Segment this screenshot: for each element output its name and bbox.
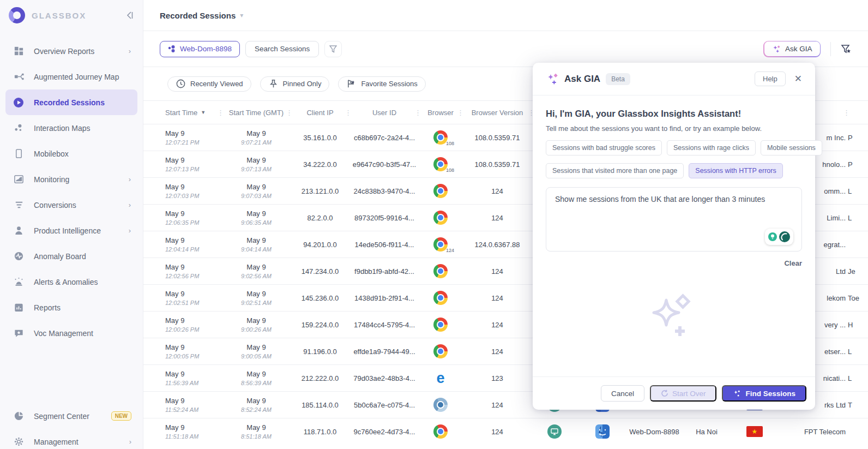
page-title: Recorded Sessions	[160, 11, 236, 20]
sidebar-item-alerts-anomalies[interactable]: Alerts & Anomalies	[5, 269, 137, 295]
sidebar-item-interaction-maps[interactable]: Interaction Maps	[5, 115, 137, 141]
example-chip[interactable]: Sessions with rage clicks	[667, 140, 756, 155]
play-circle-icon	[13, 97, 24, 108]
search-sessions-button[interactable]: Search Sessions	[245, 41, 319, 57]
browser-chrome-icon: 108	[433, 130, 448, 145]
sidebar-item-conversions[interactable]: Conversions›	[5, 192, 137, 218]
sidebar-item-mobilebox[interactable]: Mobilebox	[5, 141, 137, 166]
user-id-cell: 24c838b3-9470-4...	[349, 178, 419, 204]
quick-filter-label: Favorite Sessions	[361, 80, 417, 88]
column-header-start-time-gmt-[interactable]: Start Time (GMT)⋮	[222, 101, 291, 124]
browser-version-cell: 108.0.5359.71	[462, 124, 533, 151]
start-time-gmt-cell: May 99:02:56 AM	[222, 258, 291, 284]
quick-filter-label: Pinned Only	[283, 80, 322, 88]
clear-link[interactable]: Clear	[546, 259, 802, 267]
start-time: 12:07:13 PM	[165, 166, 199, 172]
find-sessions-button[interactable]: Find Sessions	[722, 385, 806, 402]
start-time: 12:00:26 PM	[165, 326, 199, 333]
gia-greeting: Hi, I'm GIA, your Glassbox Insights Assi…	[546, 109, 802, 119]
divider	[830, 42, 831, 56]
gmt-time: 9:07:13 AM	[241, 166, 272, 172]
isp-cell: FPT Telecom	[776, 418, 848, 445]
column-header-browser[interactable]: Browser⋮	[419, 101, 462, 124]
filter-funnel-button[interactable]	[324, 41, 342, 57]
domain-filter-chip[interactable]: Web-Dom-8898	[160, 41, 240, 57]
cancel-button[interactable]: Cancel	[601, 385, 644, 402]
client-ip-cell: 118.71.0.0	[291, 418, 349, 445]
example-chip[interactable]: Sessions with bad struggle scores	[546, 140, 662, 155]
example-chip[interactable]: Sessions that visited more than one page	[546, 163, 684, 178]
sidebar-item-label: Recorded Sessions	[34, 98, 131, 107]
user-id-cell: 897320f5-9916-4...	[349, 205, 419, 231]
chevron-down-icon[interactable]: ▾	[240, 11, 243, 19]
quick-filter-pinned-only[interactable]: Pinned Only	[260, 76, 330, 92]
column-header-start-time[interactable]: Start Time▼⋮	[143, 101, 222, 124]
column-header-browser-version[interactable]: Browser Version⋮	[462, 101, 533, 124]
client-ip-cell: 185.114.0.0	[291, 392, 349, 418]
sidebar-item-overview-reports[interactable]: Overview Reports›	[5, 38, 137, 64]
speech-bubble-icon	[779, 231, 791, 243]
start-date: May 9	[165, 129, 184, 137]
sidebar-item-reports[interactable]: Reports	[5, 295, 137, 320]
start-date: May 9	[165, 423, 184, 432]
browser-version-cell: 124	[462, 338, 533, 364]
example-chips-row-1: Sessions with bad struggle scoresSession…	[546, 140, 802, 155]
sidebar-item-management[interactable]: Management›	[5, 429, 138, 449]
sidebar-item-augmented-journey-map[interactable]: Augmented Journey Map	[5, 64, 137, 89]
browser-version-cell: 123	[462, 365, 533, 391]
browser-major-version: 108	[446, 141, 454, 146]
start-time-gmt-cell: May 99:02:51 AM	[222, 285, 291, 311]
start-date: May 9	[165, 236, 184, 244]
start-date: May 9	[165, 263, 184, 271]
start-time-gmt-cell: May 99:00:26 AM	[222, 312, 291, 338]
country-cell: ★	[733, 418, 776, 445]
ask-gia-button[interactable]: Ask GIA	[763, 41, 821, 57]
sidebar-item-segment-center[interactable]: Segment CenterNEW	[5, 403, 138, 429]
sidebar-item-monitoring[interactable]: Monitoring›	[5, 166, 137, 192]
close-icon[interactable]: ✕	[794, 73, 802, 85]
start-time: 12:07:03 PM	[165, 193, 199, 199]
sidebar-item-label: Segment Center	[34, 412, 111, 421]
extra-cell: P	[848, 151, 867, 177]
gia-prompt-input[interactable]: Show me sessions from the UK that are lo…	[546, 187, 802, 252]
quick-filter-label: Recently Viewed	[190, 80, 243, 88]
example-chip[interactable]: Mobile sessions	[761, 140, 822, 155]
sidebar-item-label: Conversions	[34, 201, 129, 209]
start-date: May 9	[165, 209, 184, 218]
quick-filter-favorite-sessions[interactable]: Favorite Sessions	[338, 76, 425, 92]
sidebar-item-anomaly-board[interactable]: Anomaly Board	[5, 243, 137, 269]
gia-sparkle-icon	[546, 73, 559, 86]
help-button[interactable]: Help	[755, 71, 786, 86]
gia-dialog-footer: Cancel Start Over Find Sessions	[533, 376, 815, 410]
client-ip-cell: 212.222.0.0	[291, 365, 349, 391]
assistant-extension-widget[interactable]	[765, 229, 793, 245]
start-time-gmt-cell: May 99:07:03 AM	[222, 178, 291, 204]
column-header-user-id[interactable]: User ID⋮	[349, 101, 419, 124]
start-over-button[interactable]: Start Over	[650, 385, 717, 402]
sidebar-item-recorded-sessions[interactable]: Recorded Sessions	[5, 89, 137, 115]
ask-gia-label: Ask GIA	[785, 45, 812, 53]
sidebar-item-voc-management[interactable]: Voc Management	[5, 320, 137, 346]
sidebar-collapse-icon[interactable]	[124, 11, 134, 19]
sidebar-item-product-intelligence[interactable]: Product Intelligence›	[5, 218, 137, 243]
user-id-cell: 9c760ee2-4d73-4...	[349, 418, 419, 445]
client-ip-cell: 94.201.0.0	[291, 231, 349, 258]
gmt-time: 9:00:26 AM	[241, 326, 272, 333]
browser-chrome-icon	[433, 424, 448, 439]
gmt-time: 8:56:39 AM	[241, 380, 272, 386]
column-header-client-ip[interactable]: Client IP⋮	[291, 101, 349, 124]
find-sessions-label: Find Sessions	[745, 390, 795, 398]
start-time-cell: May 912:07:21 PM	[143, 124, 222, 151]
column-header-label: Client IP	[306, 109, 333, 117]
column-header-extra	[848, 101, 867, 124]
app-window: GLASSBOX Overview Reports›Augmented Jour…	[0, 0, 868, 449]
extra-cell: T	[848, 392, 867, 418]
example-chip[interactable]: Sessions with HTTP errors	[689, 163, 782, 178]
client-ip-cell: 35.161.0.0	[291, 124, 349, 151]
start-time-cell: May 911:51:18 AM	[143, 418, 222, 445]
funnel-star-icon[interactable]	[841, 44, 852, 55]
browser-cell	[419, 418, 462, 445]
table-row[interactable]: May 911:51:18 AMMay 98:51:18 AM118.71.0.…	[143, 418, 868, 445]
sidebar-nav: Overview Reports›Augmented Journey MapRe…	[0, 38, 143, 346]
quick-filter-recently-viewed[interactable]: Recently Viewed	[167, 76, 251, 92]
